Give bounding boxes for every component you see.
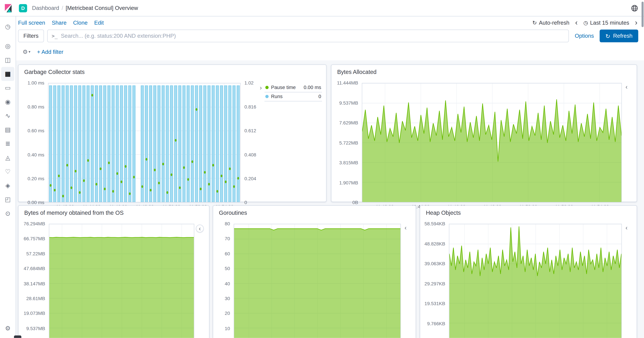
- legend-dot: [265, 86, 269, 89]
- kibana-logo-icon: [4, 4, 13, 12]
- goroutines-chart: 80706050403020100‹11:42:0011:44:0011:46:…: [217, 220, 412, 338]
- axis-tick-label: 58.594KB: [424, 221, 445, 226]
- legend-item-pause-time[interactable]: Pause time0.00 ms: [264, 83, 322, 92]
- filters-menu-button[interactable]: Filters: [18, 30, 44, 42]
- sidebar-item-maps[interactable]: ◉: [1, 95, 14, 109]
- dock-navigation-button[interactable]: [14, 336, 21, 338]
- screen: D Dashboard / [Metricbeat Consul] Overvi…: [0, 0, 644, 338]
- axis-tick-label: 9.537MB: [336, 100, 358, 105]
- sidebar-item-uptime[interactable]: ♡: [1, 165, 14, 178]
- axis-tick-label: 19.073MB: [23, 311, 45, 316]
- axis-tick-label: 20: [217, 311, 230, 316]
- globe-icon[interactable]: [631, 4, 638, 12]
- panel-bytes-of-memory-obtained-from-the-os: Bytes of memory obtained from the OS 76.…: [18, 205, 210, 338]
- panel-title[interactable]: Goroutines: [213, 206, 416, 217]
- legend-label: Runs: [271, 94, 316, 99]
- filter-options-button[interactable]: ⚙ ▾: [23, 48, 30, 55]
- time-range-label: Last 15 minutes: [590, 20, 629, 26]
- panel-title[interactable]: Heap Objects: [420, 206, 636, 217]
- kibana-app: D Dashboard / [Metricbeat Consul] Overvi…: [0, 0, 644, 338]
- sidebar-item-dev-tools[interactable]: ◰: [1, 193, 14, 206]
- axis-tick-label: 7.629MB: [336, 120, 358, 125]
- legend-item-runs[interactable]: Runs0: [264, 92, 322, 102]
- full-screen-button[interactable]: Full screen: [18, 20, 45, 26]
- sidebar-item-dashboard[interactable]: ▦: [1, 67, 14, 81]
- sidebar-item-machine-learning[interactable]: ∿: [1, 109, 14, 123]
- auto-refresh-icon: ↻: [532, 20, 537, 26]
- axis-tick-label: 0.204: [244, 176, 257, 181]
- auto-refresh-button[interactable]: ↻ Auto-refresh: [532, 20, 569, 26]
- panel-title[interactable]: Bytes of memory obtained from the OS: [18, 206, 209, 217]
- sidebar-item-management[interactable]: ⚙: [1, 322, 14, 336]
- canvas-icon: ▭: [5, 84, 11, 92]
- space-badge[interactable]: D: [19, 4, 27, 12]
- add-filter-button[interactable]: + Add filter: [37, 48, 64, 55]
- axis-tick-label: 60: [217, 251, 230, 256]
- side-nav: ◷ ◎ ◫ ▦ ▭ ◉ ∿ ▤ ≣ ◬ ♡ ◈ ◰ ⊙ ⚙: [0, 16, 16, 338]
- memory-from-os-chart: 76.294MB66.757MB57.22MB47.684MB38.147MB2…: [23, 220, 205, 338]
- breadcrumb-dashboard-link[interactable]: Dashboard: [32, 5, 59, 11]
- sidebar-item-visualize[interactable]: ◫: [1, 53, 14, 67]
- time-range-picker[interactable]: ◷ Last 15 minutes: [583, 20, 629, 26]
- axis-tick-label: 19.531KB: [424, 301, 445, 306]
- discover-icon: ◎: [5, 42, 10, 50]
- axis-tick-label: 80: [217, 221, 230, 226]
- collapse-legend-button[interactable]: ‹: [196, 225, 204, 232]
- sidebar-item-discover[interactable]: ◎: [1, 39, 14, 53]
- panel-title[interactable]: Bytes Allocated: [332, 65, 636, 76]
- axis-tick-label: 9.537MB: [23, 326, 45, 331]
- scrollbar-thumb[interactable]: [642, 2, 644, 27]
- logs-icon: ≣: [5, 140, 10, 147]
- axis-tick-label: 0.612: [244, 128, 257, 133]
- plot-area: [449, 224, 622, 338]
- kibana-logo[interactable]: [0, 4, 16, 12]
- axis-tick-label: 0.00 ms: [23, 200, 44, 205]
- refresh-icon: ↻: [606, 33, 610, 39]
- collapse-legend-button[interactable]: ‹: [404, 225, 406, 231]
- sidebar-item-apm[interactable]: ◬: [1, 151, 14, 165]
- legend-dot: [265, 95, 269, 98]
- axis-tick-label: 66.757MB: [23, 236, 45, 241]
- collapse-legend-button[interactable]: ›: [257, 83, 264, 202]
- management-icon: ⚙: [5, 325, 10, 332]
- axis-tick-label: 0: [244, 200, 257, 205]
- y-axis: 1.00 ms0.80 ms0.60 ms0.40 ms0.20 ms0.00 …: [23, 83, 48, 202]
- axis-tick-label: 0.80 ms: [23, 104, 44, 109]
- options-button[interactable]: Options: [575, 33, 594, 39]
- sidebar-item-canvas[interactable]: ▭: [1, 81, 14, 95]
- axis-tick-label: 28.61MB: [23, 296, 45, 301]
- sidebar-item-siem[interactable]: ◈: [1, 178, 14, 192]
- dev-tools-icon: ◰: [5, 196, 11, 203]
- share-button[interactable]: Share: [52, 20, 66, 26]
- search-input[interactable]: [61, 33, 564, 39]
- refresh-button[interactable]: ↻ Refresh: [600, 30, 638, 42]
- chart-legend: Pause time0.00 msRuns0: [264, 83, 322, 202]
- collapse-legend-button[interactable]: ‹: [626, 225, 628, 231]
- visualize-icon: ◫: [5, 56, 11, 64]
- axis-tick-label: 0.408: [244, 152, 257, 157]
- breadcrumb: Dashboard / [Metricbeat Consul] Overview: [32, 5, 138, 11]
- query-prompt-icon: >_: [52, 33, 58, 39]
- clone-button[interactable]: Clone: [73, 20, 88, 26]
- panel-title[interactable]: Garbage Collector stats: [18, 65, 326, 76]
- legend-value: 0: [318, 94, 321, 99]
- axis-tick-label: 50: [217, 266, 230, 271]
- time-controls: ↻ Auto-refresh ‹ ◷ Last 15 minutes ›: [532, 19, 638, 26]
- axis-tick-label: 48.828KB: [424, 241, 445, 246]
- axis-tick-label: 1.02: [244, 80, 257, 85]
- sidebar-item-logs[interactable]: ≣: [1, 137, 14, 151]
- time-back-button[interactable]: ‹: [574, 19, 578, 26]
- axis-tick-label: 40: [217, 281, 230, 286]
- legend-label: Pause time: [271, 84, 301, 90]
- sidebar-item-recently-viewed[interactable]: ◷: [1, 20, 14, 34]
- time-forward-button[interactable]: ›: [634, 19, 638, 26]
- axis-tick-label: 76.294MB: [23, 221, 45, 226]
- axis-tick-label: 30: [217, 296, 230, 301]
- y-axis: 58.594KB48.828KB39.063KB29.297KB19.531KB…: [424, 224, 449, 338]
- edit-button[interactable]: Edit: [94, 20, 104, 26]
- collapse-legend-button[interactable]: ‹: [626, 84, 628, 90]
- sidebar-item-monitoring[interactable]: ⊙: [1, 206, 14, 220]
- search-box: >_: [47, 30, 569, 42]
- dashboard-grid: Garbage Collector stats 1.00 ms0.80 ms0.…: [16, 60, 644, 338]
- sidebar-item-metrics[interactable]: ▤: [1, 123, 14, 137]
